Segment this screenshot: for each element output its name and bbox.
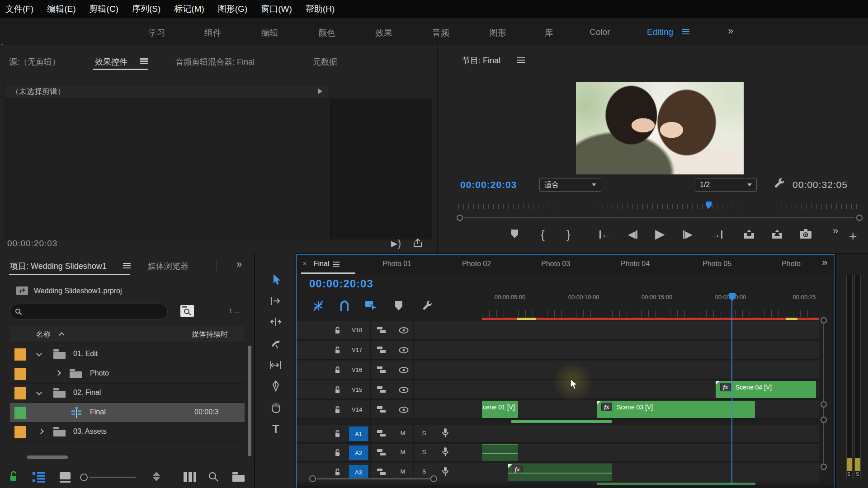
project-overflow-icon[interactable]: » bbox=[236, 258, 242, 270]
mute-button[interactable]: M bbox=[398, 468, 408, 475]
sequence-menu-icon[interactable] bbox=[333, 262, 340, 267]
lock-open-icon[interactable] bbox=[334, 449, 341, 457]
program-menu-icon[interactable] bbox=[517, 57, 525, 63]
bin-row-03-assets[interactable]: 03. Assets bbox=[10, 422, 245, 442]
workspace-tab-color[interactable]: Color bbox=[590, 27, 610, 37]
type-tool[interactable]: T bbox=[269, 422, 282, 435]
timeline-overflow-icon[interactable]: » bbox=[822, 257, 827, 268]
workspace-tab-editing-cn[interactable]: 编辑 bbox=[261, 27, 278, 39]
project-scrollbar[interactable] bbox=[248, 346, 251, 456]
column-name-header[interactable]: 名称 bbox=[36, 330, 51, 339]
h-scroll-left-handle[interactable] bbox=[309, 475, 316, 482]
tab-photo-05[interactable]: Photo 05 bbox=[703, 260, 731, 268]
expander-open-icon[interactable] bbox=[36, 389, 42, 395]
hand-tool[interactable] bbox=[269, 401, 282, 414]
tab-effect-controls[interactable]: 效果控件 bbox=[95, 56, 127, 67]
tab-audio-clip-mixer[interactable]: 音频剪辑混合器: Final bbox=[175, 56, 255, 67]
track-name[interactable]: V14 bbox=[352, 406, 362, 413]
v-scroll-handle[interactable] bbox=[821, 417, 827, 423]
transport-overflow-icon[interactable]: » bbox=[833, 225, 838, 237]
expander-closed-icon[interactable] bbox=[38, 428, 44, 434]
menu-file[interactable]: 文件(F) bbox=[5, 3, 33, 15]
export-frame-camera-icon[interactable] bbox=[799, 229, 812, 239]
track-target-a2[interactable]: A2 bbox=[349, 446, 368, 460]
sync-lock-icon[interactable] bbox=[377, 346, 386, 353]
voiceover-mic-icon[interactable] bbox=[442, 447, 448, 457]
audio-clip-scene-01[interactable] bbox=[482, 444, 518, 461]
pen-tool[interactable] bbox=[269, 380, 282, 393]
mute-button[interactable]: M bbox=[398, 449, 408, 455]
step-back-icon[interactable]: ◀ bbox=[628, 230, 637, 239]
menu-graphics[interactable]: 图形(G) bbox=[218, 3, 247, 15]
program-scrollbar-track[interactable] bbox=[464, 217, 854, 218]
track-row-a1[interactable]: A1 M S bbox=[297, 425, 819, 443]
sync-lock-icon[interactable] bbox=[377, 430, 386, 437]
track-output-eye-icon[interactable] bbox=[399, 407, 409, 413]
lock-open-icon[interactable] bbox=[334, 366, 341, 374]
track-row-v14[interactable]: V14 cene 01 [V] fx Scene 03 [V] bbox=[297, 400, 819, 419]
tab-project[interactable]: 项目: Wedding Slideshow1 bbox=[10, 261, 107, 272]
tab-source-monitor[interactable]: 源:（无剪辑） bbox=[9, 56, 60, 67]
track-target-a1[interactable]: A1 bbox=[349, 427, 368, 441]
menu-markers[interactable]: 标记(M) bbox=[174, 3, 204, 15]
workspace-tab-audio[interactable]: 音频 bbox=[432, 27, 449, 39]
sequence-row-final-selected[interactable]: Final 00:00:3 bbox=[10, 403, 245, 422]
label-color-swatch[interactable] bbox=[14, 407, 26, 419]
linked-selection-icon[interactable] bbox=[365, 300, 378, 311]
menu-window[interactable]: 窗口(W) bbox=[261, 3, 292, 15]
lock-open-icon[interactable] bbox=[334, 430, 341, 438]
timeline-timecode[interactable]: 00:00:20:03 bbox=[309, 277, 373, 290]
go-to-out-icon[interactable]: → bbox=[711, 230, 722, 239]
tab-photo-02[interactable]: Photo 02 bbox=[462, 260, 491, 268]
close-sequence-icon[interactable]: × bbox=[302, 260, 307, 268]
project-writable-lock-icon[interactable] bbox=[9, 471, 18, 482]
menu-help[interactable]: 帮助(H) bbox=[306, 3, 335, 15]
h-scroll-right-handle[interactable] bbox=[430, 475, 437, 482]
solo-button[interactable]: S bbox=[419, 468, 429, 475]
zoom-level-select[interactable]: 适合 bbox=[539, 178, 601, 192]
mark-out-icon[interactable]: } bbox=[566, 229, 571, 240]
timeline-ruler-ticks[interactable] bbox=[482, 310, 819, 317]
sync-lock-icon[interactable] bbox=[377, 406, 386, 413]
tab-program-monitor[interactable]: 节目: Final bbox=[462, 55, 500, 66]
workspace-menu-icon[interactable] bbox=[682, 29, 689, 35]
clip-sliver-hidden-video-track[interactable] bbox=[511, 420, 612, 423]
voiceover-mic-icon[interactable] bbox=[442, 428, 448, 438]
label-color-swatch[interactable] bbox=[14, 426, 26, 438]
project-h-scrollbar[interactable] bbox=[27, 455, 68, 459]
search-input[interactable] bbox=[10, 304, 168, 319]
selection-tool[interactable] bbox=[269, 273, 282, 286]
tab-sequence-final[interactable]: Final bbox=[314, 260, 330, 268]
aud​io-clip-with-fx[interactable]: fx bbox=[508, 464, 612, 481]
folder-up-icon[interactable] bbox=[16, 286, 28, 296]
track-row-v17[interactable]: V17 bbox=[297, 341, 819, 360]
lock-open-icon[interactable] bbox=[334, 346, 341, 354]
lock-open-icon[interactable] bbox=[334, 386, 341, 394]
track-output-eye-icon[interactable] bbox=[399, 347, 409, 353]
timeline-settings-wrench-icon[interactable] bbox=[421, 300, 433, 312]
track-name[interactable]: V16 bbox=[352, 366, 362, 373]
search-bin-icon[interactable] bbox=[180, 305, 194, 317]
workspace-tab-library[interactable]: 库 bbox=[545, 27, 553, 39]
menu-sequence[interactable]: 序列(S) bbox=[132, 3, 160, 15]
play-around-icon[interactable]: ▶) bbox=[391, 239, 401, 249]
mute-button[interactable]: M bbox=[398, 430, 408, 436]
meter-solo-right[interactable]: S bbox=[856, 471, 859, 477]
track-name[interactable]: V17 bbox=[352, 347, 362, 353]
sync-lock-icon[interactable] bbox=[377, 366, 386, 373]
solo-button[interactable]: S bbox=[419, 430, 429, 436]
sync-lock-icon[interactable] bbox=[377, 326, 386, 333]
solo-button[interactable]: S bbox=[419, 449, 429, 455]
expander-open-icon[interactable] bbox=[36, 351, 42, 357]
workspace-tab-color-cn[interactable]: 颜色 bbox=[318, 27, 335, 39]
new-bin-icon[interactable] bbox=[232, 472, 245, 482]
workspace-tab-assembly[interactable]: 组件 bbox=[204, 27, 222, 39]
project-filename[interactable]: Wedding Slideshow1.prproj bbox=[34, 287, 122, 295]
v-scroll-handle[interactable] bbox=[821, 464, 827, 470]
clip-scene-01[interactable]: cene 01 [V] bbox=[482, 401, 518, 418]
project-menu-icon[interactable] bbox=[123, 263, 131, 269]
column-duration-header[interactable]: 媒体持续时 bbox=[192, 330, 244, 339]
track-target-a3[interactable]: A3 bbox=[349, 465, 368, 479]
effect-controls-menu-icon[interactable] bbox=[140, 58, 148, 64]
freeform-view-icon[interactable] bbox=[184, 472, 196, 482]
